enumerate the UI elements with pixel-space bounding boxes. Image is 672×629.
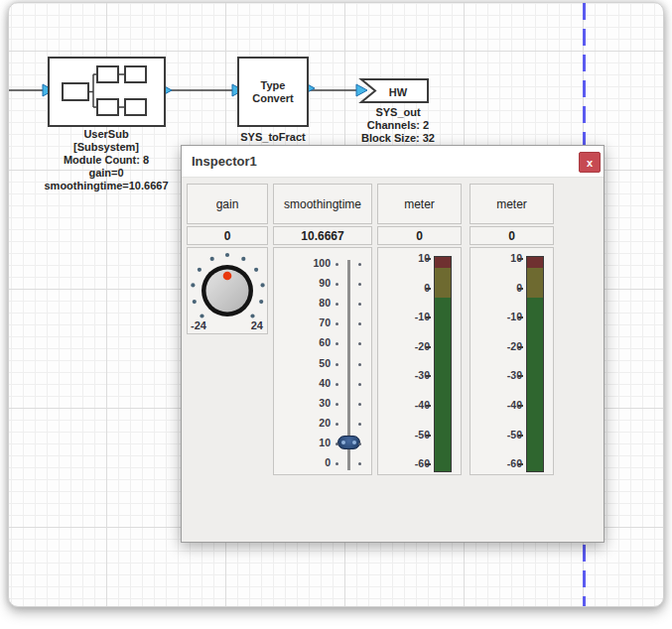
meter-1-display: 100-10-20-30-40-50-60 <box>377 247 462 475</box>
scale-tick-dot <box>336 462 338 465</box>
scale-tick-dot <box>336 363 338 366</box>
scale-row: 30 <box>274 397 371 411</box>
panel-gain: gain 0 <box>187 184 268 334</box>
scale-tick-dot <box>358 403 361 406</box>
scale-tick <box>426 405 431 407</box>
panel-smoothingtime: smoothingtime 10.6667 100908070605040302… <box>273 184 372 475</box>
scale-label: 90 <box>319 277 331 289</box>
scale-tick <box>426 316 431 318</box>
scale-label: 10 <box>319 437 331 448</box>
scale-tick-dot <box>358 423 361 426</box>
type-convert-block[interactable]: Type Convert <box>237 57 309 127</box>
input-port-icon[interactable] <box>356 84 367 96</box>
scale-row: -20 <box>378 340 461 354</box>
scale-row: -50 <box>470 429 553 442</box>
panel-smoothingtime-value: 10.6667 <box>273 226 372 245</box>
label-line: UserSub <box>27 128 186 141</box>
inspector-titlebar[interactable]: Inspector1 x <box>182 146 604 178</box>
hw-block-label: HW <box>368 81 428 103</box>
scale-tick-dot <box>336 342 338 345</box>
scale-tick <box>426 435 431 437</box>
scale-row: -10 <box>378 311 461 324</box>
scale-tick <box>518 316 523 318</box>
scale-row: -30 <box>378 369 461 383</box>
scale-label: 40 <box>319 377 331 389</box>
usersub-caption: UserSub[Subsystem]Module Count: 8gain=0s… <box>27 128 186 192</box>
scale-row: 100 <box>274 257 371 271</box>
panel-gain-value: 0 <box>187 226 268 245</box>
close-button[interactable]: x <box>579 152 601 173</box>
scale-tick-dot <box>336 283 338 286</box>
scale-row: 50 <box>274 357 371 371</box>
scale-row: -20 <box>470 340 553 354</box>
scale-tick <box>426 346 431 348</box>
scale-row: -50 <box>378 429 461 442</box>
scale-row: 10 <box>470 252 553 266</box>
label-line: Channels: 2 <box>348 119 448 132</box>
label-line: [Subsystem] <box>27 141 186 154</box>
scale-label: 100 <box>313 257 331 269</box>
scale-row: 40 <box>274 377 371 391</box>
type-convert-label-line2: Convert <box>252 92 294 105</box>
scale-row: 90 <box>274 277 371 291</box>
panel-meter-2-value: 0 <box>470 226 554 245</box>
scale-tick-dot <box>336 403 338 406</box>
panel-meter-1-value: 0 <box>377 226 462 245</box>
window-title: Inspector1 <box>192 154 257 169</box>
scale-tick <box>426 375 431 377</box>
usersub-block[interactable] <box>48 57 166 127</box>
scale-row: 10 <box>378 252 461 266</box>
scale-row: 0 <box>378 282 461 296</box>
scale-tick <box>518 375 523 377</box>
scale-row: 10 <box>274 437 371 450</box>
type-convert-label-line1: Type <box>261 79 286 92</box>
scale-label: 80 <box>319 297 331 309</box>
smoothingtime-slider[interactable]: 1009080706050403020100 <box>273 247 372 475</box>
scale-label: 50 <box>319 357 331 369</box>
label-line: Module Count: 8 <box>27 154 186 167</box>
scale-tick <box>518 463 523 465</box>
scale-row: -10 <box>470 311 553 324</box>
diagram-canvas[interactable]: Type Convert HW UserSub[Subsystem]Module… <box>8 2 664 607</box>
label-line: Block Size: 32 <box>348 132 448 145</box>
scale-tick <box>518 258 523 260</box>
scale-row: 70 <box>274 316 371 330</box>
scale-row: -40 <box>378 399 461 413</box>
scale-tick-dot <box>358 283 361 286</box>
scale-row: 20 <box>274 417 371 431</box>
panel-gain-label: gain <box>187 184 268 224</box>
scale-tick-dot <box>336 423 338 426</box>
label-line: SYS_toFract <box>223 131 323 144</box>
scale-row: 60 <box>274 336 371 350</box>
scale-row: 0 <box>274 456 371 470</box>
subsystem-icon <box>50 59 164 125</box>
knob-min-label: -24 <box>191 319 206 331</box>
scale-tick-dot <box>358 322 361 325</box>
type-convert-caption: SYS_toFract <box>223 131 323 144</box>
scale-tick-dot <box>358 383 361 386</box>
scale-tick-dot <box>336 442 338 445</box>
meter-2-display: 100-10-20-30-40-50-60 <box>470 247 554 475</box>
scale-label: 60 <box>319 336 331 348</box>
scale-label: 30 <box>319 397 331 409</box>
scale-row: 0 <box>470 282 553 296</box>
label-line: smoothingtime=10.6667 <box>27 180 186 192</box>
scale-tick <box>518 346 523 348</box>
panel-meter-1: meter 0 100-10-20-30-40-50-60 <box>377 184 462 475</box>
gain-knob-area: -24 24 <box>187 247 268 334</box>
knob-max-label: 24 <box>251 319 263 331</box>
scale-tick <box>518 435 523 437</box>
knob-indicator-dot <box>223 272 232 281</box>
scale-label: 70 <box>319 316 331 328</box>
scale-label: 0 <box>325 456 331 468</box>
scale-tick-dot <box>358 442 361 445</box>
scale-tick <box>518 405 523 407</box>
scale-row: 80 <box>274 297 371 311</box>
panel-meter-2-label: meter <box>470 184 554 224</box>
inspector-window: Inspector1 x gain 0 <box>181 145 605 543</box>
scale-tick <box>518 288 523 290</box>
hw-caption: SYS_outChannels: 2Block Size: 32 <box>348 106 448 145</box>
scale-tick-dot <box>358 363 361 366</box>
scale-tick-dot <box>336 303 338 306</box>
scale-row: -40 <box>470 399 553 413</box>
